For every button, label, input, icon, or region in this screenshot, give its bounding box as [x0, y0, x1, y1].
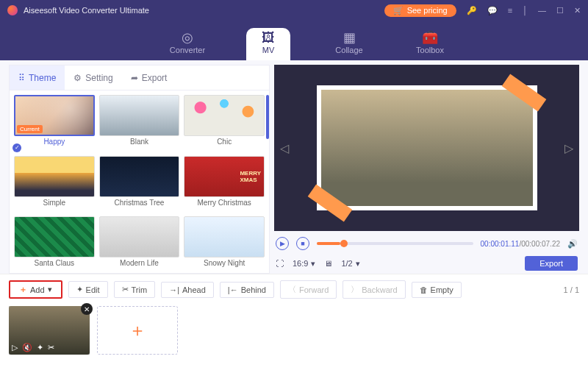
nav-toolbox[interactable]: 🧰 Toolbox [408, 28, 452, 60]
ahead-icon: →| [169, 285, 179, 294]
theme-merry-christmas[interactable]: MERRY XMASMerry Christmas [184, 156, 265, 213]
toolbox-icon: 🧰 [422, 31, 438, 44]
add-button[interactable]: ＋Add▾ [9, 280, 62, 299]
trim-button[interactable]: ✂Trim [114, 281, 156, 298]
theme-modern-life[interactable]: Modern Life [99, 216, 180, 273]
chevron-down-icon: ▾ [48, 285, 52, 294]
nav-converter[interactable]: ◎ Converter [165, 28, 209, 60]
tab-setting[interactable]: ⚙ Setting [65, 65, 121, 90]
mv-icon: 🖼 [262, 31, 275, 44]
theme-label: Chic [184, 138, 265, 146]
scale-value: 1/2 [341, 259, 352, 268]
pricing-label: See pricing [407, 6, 448, 15]
export-label: Export [539, 259, 563, 268]
menu-icon[interactable]: ≡ [508, 6, 512, 15]
clip-mini-controls: ▷ 🔇 ✦ ✂ [12, 343, 54, 352]
clip-item[interactable]: ✕ ▷ 🔇 ✦ ✂ [9, 306, 90, 355]
chevron-left-icon[interactable]: ◁ [280, 141, 289, 155]
theme-snowy-night[interactable]: Snowy Night [184, 216, 265, 273]
remove-clip-button[interactable]: ✕ [81, 303, 93, 315]
clip-strip: ✕ ▷ 🔇 ✦ ✂ ＋ [0, 303, 588, 362]
top-nav: ◎ Converter 🖼 MV ▦ Collage 🧰 Toolbox [0, 21, 588, 60]
check-icon: ✓ [12, 143, 21, 152]
merry-text: MERRY XMAS [240, 170, 261, 183]
collage-icon: ▦ [343, 31, 356, 44]
nav-toolbox-label: Toolbox [416, 46, 444, 54]
close-icon[interactable]: ✕ [574, 6, 581, 15]
play-icon[interactable]: ▷ [12, 343, 18, 352]
converter-icon: ◎ [182, 31, 193, 44]
edit-button[interactable]: ✦Edit [68, 281, 108, 298]
scale-icon: 🖥 [324, 259, 332, 268]
theme-label: Christmas Tree [99, 199, 180, 207]
preview-bottom-row: ⛶ 16:9 ▾ 🖥 1/2 ▾ Export [274, 255, 579, 274]
theme-label: Happy [14, 138, 95, 146]
theme-label: Merry Christmas [184, 199, 265, 207]
app-logo [7, 5, 18, 15]
stop-button[interactable]: ■ [296, 237, 309, 250]
forward-label: Forward [299, 285, 329, 294]
theme-happy[interactable]: Current ✓ Happy [14, 95, 95, 152]
theme-blank[interactable]: Blank [99, 95, 180, 152]
left-tabs: ⠿ Theme ⚙ Setting ➦ Export [10, 65, 269, 90]
export-button[interactable]: Export [525, 256, 578, 271]
aspect-select[interactable]: 16:9 ▾ [293, 259, 315, 269]
add-clip-slot[interactable]: ＋ [97, 306, 178, 355]
add-label: Add [30, 285, 45, 294]
theme-christmas-tree[interactable]: Christmas Tree [99, 156, 180, 213]
theme-label: Modern Life [99, 259, 180, 267]
ahead-button[interactable]: →|Ahead [161, 282, 214, 298]
tab-export[interactable]: ➦ Export [122, 65, 176, 90]
scale-select[interactable]: 1/2 ▾ [341, 259, 359, 269]
plus-icon: ＋ [19, 284, 27, 295]
feedback-icon[interactable]: 💬 [487, 6, 498, 15]
theme-santa-claus[interactable]: Santa Claus [14, 216, 95, 273]
theme-label: Snowy Night [184, 259, 265, 267]
nav-collage[interactable]: ▦ Collage [327, 28, 371, 60]
current-tag: Current [17, 125, 43, 133]
titlebar: Aiseesoft Video Converter Ultimate 🛒 See… [0, 0, 588, 21]
trash-icon: 🗑 [420, 285, 428, 294]
ahead-label: Ahead [182, 285, 206, 294]
empty-button[interactable]: 🗑Empty [412, 282, 462, 298]
minimize-icon[interactable]: — [538, 6, 546, 15]
tab-theme-label: Theme [29, 73, 56, 83]
behind-button[interactable]: |←Behind [220, 282, 274, 298]
chevron-down-icon: ▾ [356, 259, 360, 269]
play-button[interactable]: ▶ [276, 237, 289, 250]
theme-simple[interactable]: Simple [14, 156, 95, 213]
trim-icon[interactable]: ✂ [48, 343, 54, 352]
time-total: 00:00:07.22 [521, 240, 560, 248]
tab-export-label: Export [142, 73, 168, 83]
edit-icon[interactable]: ✦ [37, 343, 43, 352]
theme-label: Santa Claus [14, 259, 95, 267]
backward-label: Backward [362, 285, 397, 294]
nav-converter-label: Converter [170, 46, 205, 54]
gear-icon: ⚙ [74, 73, 82, 83]
tab-theme[interactable]: ⠿ Theme [10, 65, 65, 90]
chevron-down-icon: ▾ [311, 259, 315, 269]
tape-decoration [501, 74, 546, 112]
forward-button[interactable]: 〈Forward [280, 280, 337, 299]
nav-mv-label: MV [262, 46, 275, 54]
key-icon[interactable]: 🔑 [467, 6, 477, 15]
theme-chic[interactable]: Chic [184, 95, 265, 152]
divider: │ [523, 6, 528, 15]
backward-button[interactable]: 〉Backward [343, 280, 405, 299]
maximize-icon[interactable]: ☐ [556, 6, 564, 15]
theme-label: Simple [14, 199, 95, 207]
nav-mv[interactable]: 🖼 MV [246, 28, 290, 60]
chevron-right-icon[interactable]: ▷ [564, 141, 573, 155]
window-controls: 🔑 💬 ≡ │ — ☐ ✕ [467, 6, 581, 15]
progress-bar[interactable] [317, 242, 473, 245]
tape-decoration [307, 185, 352, 222]
preview-area[interactable]: ◁ ▷ [274, 65, 579, 231]
see-pricing-button[interactable]: 🛒 See pricing [384, 4, 456, 17]
export-icon: ➦ [131, 73, 138, 83]
edit-label: Edit [86, 285, 100, 294]
volume-icon[interactable]: 🔊 [567, 239, 578, 249]
scrollbar[interactable] [266, 95, 269, 139]
star-icon: ✦ [76, 285, 83, 294]
page-counter: 1 / 1 [564, 285, 579, 294]
mute-icon[interactable]: 🔇 [22, 343, 32, 352]
